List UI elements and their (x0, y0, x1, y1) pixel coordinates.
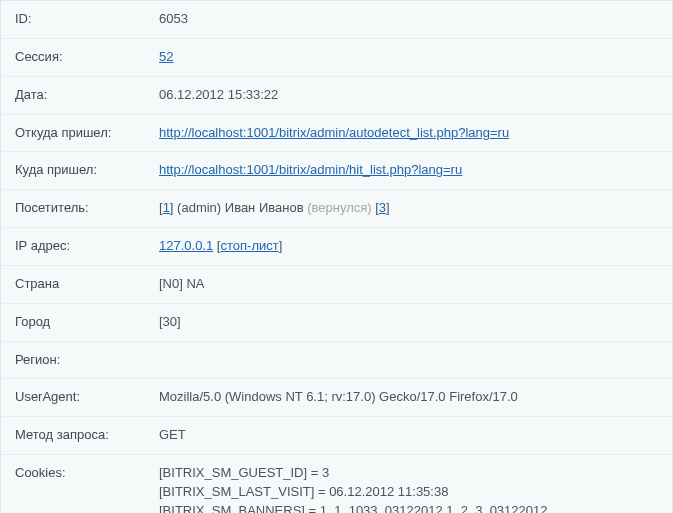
label-ip: IP адрес: (1, 228, 145, 266)
cookie-line: [BITRIX_SM_BANNERS] = 1_1_1033_03122012.… (159, 502, 662, 513)
row-method: Метод запроса: GET (1, 417, 672, 455)
from-link[interactable]: http://localhost:1001/bitrix/admin/autod… (159, 125, 509, 140)
row-cookies: Cookies: [BITRIX_SM_GUEST_ID] = 3[BITRIX… (1, 455, 672, 513)
cookie-line: [BITRIX_SM_GUEST_ID] = 3 (159, 464, 662, 483)
visitor-returned: (вернулся) (307, 200, 371, 215)
to-link[interactable]: http://localhost:1001/bitrix/admin/hit_l… (159, 162, 462, 177)
value-method: GET (145, 417, 672, 455)
row-region: Регион: (1, 341, 672, 379)
row-session: Сессия: 52 (1, 38, 672, 76)
label-date: Дата: (1, 76, 145, 114)
label-useragent: UserAgent: (1, 379, 145, 417)
value-visitor: [1] (admin) Иван Иванов (вернулся) [3] (145, 190, 672, 228)
row-to: Куда пришел: http://localhost:1001/bitri… (1, 152, 672, 190)
label-method: Метод запроса: (1, 417, 145, 455)
ip-link[interactable]: 127.0.0.1 (159, 238, 213, 253)
label-from: Откуда пришел: (1, 114, 145, 152)
label-to: Куда пришел: (1, 152, 145, 190)
label-city: Город (1, 303, 145, 341)
visitor-user: (admin) Иван Иванов (177, 200, 303, 215)
cookie-line: [BITRIX_SM_LAST_VISIT] = 06.12.2012 11:3… (159, 483, 662, 502)
row-city: Город [30] (1, 303, 672, 341)
value-ip: 127.0.0.1 [стоп-лист] (145, 228, 672, 266)
row-visitor: Посетитель: [1] (admin) Иван Иванов (вер… (1, 190, 672, 228)
value-country: [N0] NA (145, 265, 672, 303)
label-id: ID: (1, 1, 145, 38)
details-panel: ID: 6053 Сессия: 52 Дата: 06.12.2012 15:… (0, 0, 673, 513)
label-session: Сессия: (1, 38, 145, 76)
value-date: 06.12.2012 15:33:22 (145, 76, 672, 114)
label-country: Страна (1, 265, 145, 303)
row-from: Откуда пришел: http://localhost:1001/bit… (1, 114, 672, 152)
row-useragent: UserAgent: Mozilla/5.0 (Windows NT 6.1; … (1, 379, 672, 417)
row-ip: IP адрес: 127.0.0.1 [стоп-лист] (1, 228, 672, 266)
properties-table: ID: 6053 Сессия: 52 Дата: 06.12.2012 15:… (1, 1, 672, 513)
visitor-id-link[interactable]: 1 (163, 200, 170, 215)
label-visitor: Посетитель: (1, 190, 145, 228)
value-cookies: [BITRIX_SM_GUEST_ID] = 3[BITRIX_SM_LAST_… (145, 455, 672, 513)
visitor-count-link[interactable]: 3 (379, 200, 386, 215)
value-useragent: Mozilla/5.0 (Windows NT 6.1; rv:17.0) Ge… (145, 379, 672, 417)
row-id: ID: 6053 (1, 1, 672, 38)
session-link[interactable]: 52 (159, 49, 173, 64)
row-date: Дата: 06.12.2012 15:33:22 (1, 76, 672, 114)
value-region (145, 341, 672, 379)
value-id: 6053 (145, 1, 672, 38)
stoplist-link[interactable]: стоп-лист (220, 238, 278, 253)
label-region: Регион: (1, 341, 145, 379)
label-cookies: Cookies: (1, 455, 145, 513)
row-country: Страна [N0] NA (1, 265, 672, 303)
value-city: [30] (145, 303, 672, 341)
